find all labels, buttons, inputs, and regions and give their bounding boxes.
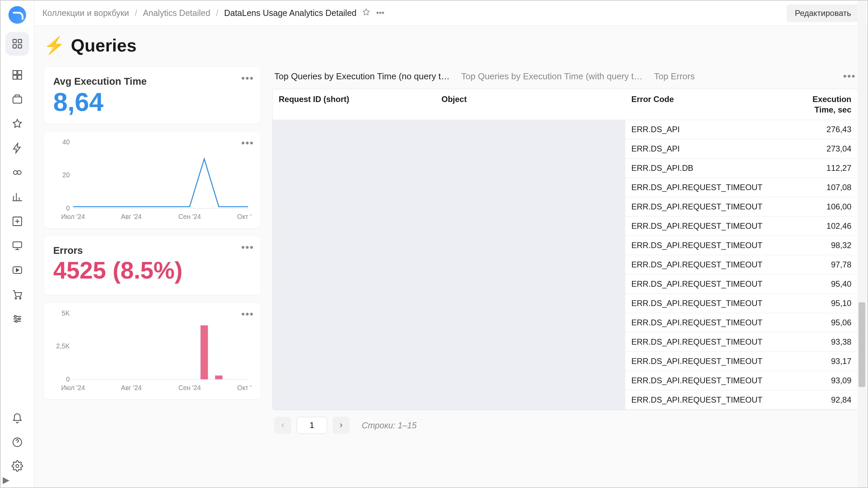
nav-connections-icon[interactable] (9, 164, 26, 181)
svg-point-18 (15, 320, 17, 322)
table-row[interactable]: ERR.DS_API.REQUEST_TIMEOUT95,10 (273, 294, 857, 313)
svg-text:0: 0 (66, 204, 70, 212)
table-row[interactable]: ERR.DS_API.REQUEST_TIMEOUT92,84 (273, 390, 857, 410)
metric-label: Avg Execution Time (53, 76, 251, 87)
table-row[interactable]: ERR.DS_API.REQUEST_TIMEOUT95,40 (273, 274, 857, 294)
card-menu-icon[interactable]: ••• (241, 73, 254, 84)
nav-favorites-icon[interactable] (9, 115, 26, 132)
cell-error-code: ERR.DS_API (625, 139, 793, 159)
breadcrumb: Коллекции и воркбуки / Analytics Detaile… (42, 8, 356, 18)
table-row[interactable]: ERR.DS_API.REQUEST_TIMEOUT107,08 (273, 178, 857, 197)
cell-object (435, 178, 625, 197)
svg-rect-37 (215, 375, 222, 380)
svg-text:0: 0 (66, 375, 70, 383)
table-row[interactable]: ERR.DS_API.REQUEST_TIMEOUT93,09 (273, 371, 857, 390)
cell-object (435, 236, 625, 255)
cell-request-id (273, 371, 435, 390)
table-row[interactable]: ERR.DS_API.REQUEST_TIMEOUT97,78 (273, 255, 857, 274)
nav-settings-icon[interactable] (9, 458, 26, 474)
metric-value: 4525 (8.5%) (53, 258, 251, 283)
card-errors: ••• Errors 4525 (8.5%) (44, 236, 261, 295)
svg-point-17 (18, 318, 20, 320)
table-row[interactable]: ERR.DS_API.REQUEST_TIMEOUT93,17 (273, 352, 857, 371)
logo-icon[interactable] (8, 6, 26, 24)
nav-widgets-icon[interactable] (9, 213, 26, 230)
nav-help-icon[interactable] (9, 434, 26, 451)
cell-request-id (273, 236, 435, 255)
table-row[interactable]: ERR.DS_API.REQUEST_TIMEOUT95,06 (273, 313, 857, 332)
card-menu-icon[interactable]: ••• (241, 137, 254, 149)
nav-media-icon[interactable] (9, 262, 26, 279)
scrollbar-thumb[interactable] (859, 302, 865, 387)
cell-object (435, 274, 625, 294)
nav-collections-icon[interactable] (9, 91, 26, 108)
th-exec-time[interactable]: Execution Time, sec (793, 89, 857, 120)
tabs-more-icon[interactable]: ••• (843, 70, 856, 82)
svg-rect-0 (13, 39, 16, 43)
nav-sliders-icon[interactable] (9, 310, 26, 327)
cell-error-code: ERR.DS_API (625, 120, 793, 139)
cell-object (435, 139, 625, 159)
th-error-code[interactable]: Error Code (625, 89, 793, 120)
card-errors-chart: ••• 02,5K5KИюл '24Авг '24Сен '24Окт '24 (44, 303, 261, 399)
favorite-star-icon[interactable] (362, 8, 371, 19)
apps-menu-button[interactable] (5, 32, 29, 56)
cell-exec-time: 92,84 (793, 390, 857, 410)
vertical-scrollbar[interactable] (857, 1, 866, 487)
page-title-icon: ⚡ (44, 36, 65, 55)
svg-text:Авг '24: Авг '24 (121, 384, 142, 391)
cell-exec-time: 93,17 (793, 352, 857, 371)
cell-request-id (273, 294, 435, 313)
cell-object (435, 390, 625, 410)
cell-request-id (273, 313, 435, 332)
cell-error-code: ERR.DS_API.REQUEST_TIMEOUT (625, 332, 793, 352)
nav-notifications-icon[interactable] (9, 410, 26, 427)
nav-dashboards-icon[interactable] (9, 66, 26, 83)
pager-prev-button[interactable] (274, 417, 291, 434)
tab-top-queries-with-query[interactable]: Top Queries by Execution Time (with quer… (461, 71, 643, 82)
table-row[interactable]: ERR.DS_API.REQUEST_TIMEOUT106,00 (273, 197, 857, 217)
topbar: Коллекции и воркбуки / Analytics Detaile… (34, 1, 867, 26)
cell-request-id (273, 274, 435, 294)
th-request-id[interactable]: Request ID (short) (273, 89, 435, 120)
nav-queries-icon[interactable] (9, 140, 26, 157)
cell-exec-time: 95,40 (793, 274, 857, 294)
tab-top-queries-no-query[interactable]: Top Queries by Execution Time (no query … (274, 71, 450, 82)
play-corner-icon[interactable]: ▶ (3, 475, 9, 485)
card-menu-icon[interactable]: ••• (241, 308, 254, 320)
table-row[interactable]: ERR.DS_API.REQUEST_TIMEOUT93,38 (273, 332, 857, 352)
table-row[interactable]: ERR.DS_API.REQUEST_TIMEOUT98,32 (273, 236, 857, 255)
table-row[interactable]: ERR.DS_API273,04 (273, 139, 857, 159)
nav-charts-icon[interactable] (9, 188, 26, 205)
edit-button[interactable]: Редактировать (787, 4, 859, 22)
cell-exec-time: 98,32 (793, 236, 857, 255)
table-row[interactable]: ERR.DS_API.REQUEST_TIMEOUT102,46 (273, 217, 857, 236)
svg-point-9 (14, 170, 17, 174)
svg-text:Окт '24: Окт '24 (237, 213, 251, 220)
svg-point-14 (15, 298, 17, 299)
card-menu-icon[interactable]: ••• (241, 242, 254, 253)
cell-object (435, 197, 625, 217)
nav-cart-icon[interactable] (9, 286, 26, 303)
pager-next-button[interactable] (333, 417, 350, 434)
cell-object (435, 371, 625, 390)
breadcrumb-root[interactable]: Коллекции и воркбуки (42, 8, 129, 18)
cell-object (435, 217, 625, 236)
table-row[interactable]: ERR.DS_API.DB112,27 (273, 159, 857, 178)
svg-rect-6 (13, 75, 17, 79)
pager-page-input[interactable] (297, 417, 327, 434)
breadcrumb-current: DataLens Usage Analytics Detailed (224, 8, 357, 18)
metric-label: Errors (53, 245, 251, 256)
breadcrumb-mid[interactable]: Analytics Detailed (143, 8, 210, 18)
svg-point-15 (19, 298, 21, 299)
th-object[interactable]: Object (435, 89, 625, 120)
svg-rect-8 (13, 97, 22, 103)
cell-error-code: ERR.DS_API.REQUEST_TIMEOUT (625, 313, 793, 332)
tab-top-errors[interactable]: Top Errors (654, 71, 695, 82)
page-more-icon[interactable]: ••• (376, 8, 384, 18)
nav-monitor-icon[interactable] (9, 237, 26, 254)
svg-rect-7 (18, 75, 21, 79)
cell-request-id (273, 255, 435, 274)
table-row[interactable]: ERR.DS_API276,43 (273, 120, 857, 139)
queries-table: Request ID (short) Object Error Code Exe… (272, 89, 858, 410)
